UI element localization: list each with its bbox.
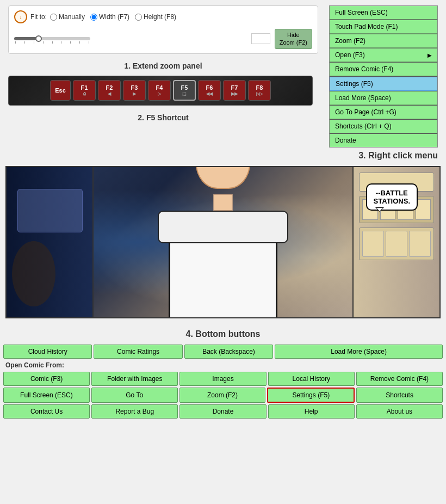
menu-donate[interactable]: Donate	[330, 134, 437, 147]
zoom-slider-track	[14, 37, 90, 40]
contact-us-button[interactable]: Contact Us	[3, 404, 90, 419]
back-button[interactable]: Back (Backspace)	[184, 345, 273, 359]
right-click-menu: Full Screen (ESC) Touch Pad Mode (F1) Zo…	[329, 5, 438, 147]
radio-height-label[interactable]: Height (F8)	[135, 13, 176, 21]
key-f1: F1 ⎙	[73, 80, 96, 101]
zoom-panel: ↓ Fit to: Manually Width (F7) Height (F8…	[8, 5, 318, 54]
radio-width[interactable]	[90, 14, 97, 21]
shortcuts-button[interactable]: Shortcuts	[356, 388, 443, 403]
step4-label: 4. Bottom buttons	[0, 324, 446, 342]
btn-row-2: Comic (F3) Folder with Images Images Loc…	[3, 372, 443, 386]
key-f6: F6 ◀◀	[198, 80, 221, 101]
menu-loadmore[interactable]: Load More (Space)	[330, 91, 437, 105]
step1-label: 1. Extend zoom panel	[8, 62, 318, 70]
menu-touchpad[interactable]: Touch Pad Mode (F1)	[330, 20, 437, 34]
zoom-icon: ↓	[14, 10, 27, 23]
keyboard-image: Esc F1 ⎙ F2 ◀ F3 ▶ F4 ▷ F5 ⬚	[8, 76, 313, 106]
key-f4: F4 ▷	[148, 80, 171, 101]
fit-label: Fit to:	[30, 13, 47, 21]
btn-row-1: Cloud History Comic Ratings Back (Backsp…	[3, 345, 443, 359]
help-button[interactable]: Help	[268, 404, 355, 419]
step2-label: 2. F5 Shortcut	[8, 113, 318, 122]
menu-settings[interactable]: Settings (F5)	[330, 77, 437, 91]
radio-height[interactable]	[135, 14, 142, 21]
key-f8: F8 ▷▷	[248, 80, 271, 101]
comic-section: --BATTLESTATIONS.	[0, 166, 446, 318]
step3-label: 3. Right click menu	[358, 151, 438, 161]
local-history-button[interactable]: Local History	[268, 372, 355, 386]
key-f3: F3 ▶	[123, 80, 146, 101]
goto-button[interactable]: Go To	[91, 388, 178, 403]
zoom-f2-button[interactable]: Zoom (F2)	[179, 388, 266, 403]
radio-width-label[interactable]: Width (F7)	[90, 13, 129, 21]
fullscreen-esc-button[interactable]: Full Screen (ESC)	[3, 388, 90, 403]
menu-remove[interactable]: Remove Comic (F4)	[330, 63, 437, 76]
open-comic-label: Open Comic From:	[3, 360, 443, 370]
comic-ratings-button[interactable]: Comic Ratings	[94, 345, 182, 359]
menu-shortcuts[interactable]: Shortcuts (Ctrl + Q)	[330, 120, 437, 133]
report-bug-button[interactable]: Report a Bug	[91, 404, 178, 419]
zoom-value-input[interactable]: 1.3	[251, 33, 270, 44]
speech-bubble: --BATTLESTATIONS.	[366, 183, 418, 211]
comic-image: --BATTLESTATIONS.	[5, 166, 441, 318]
radio-manually[interactable]	[50, 14, 57, 21]
key-esc: Esc	[50, 80, 71, 101]
remove-comic-f4-button[interactable]: Remove Comic (F4)	[356, 372, 443, 386]
menu-fullscreen[interactable]: Full Screen (ESC)	[330, 6, 437, 20]
right-menu-container: Full Screen (ESC) Touch Pad Mode (F1) Zo…	[329, 5, 438, 161]
radio-group: Manually Width (F7) Height (F8)	[50, 13, 176, 21]
images-button[interactable]: Images	[179, 372, 266, 386]
btn-row-4: Contact Us Report a Bug Donate Help Abou…	[3, 404, 443, 419]
key-f2: F2 ◀	[98, 80, 121, 101]
donate-button[interactable]: Donate	[179, 404, 266, 419]
menu-open[interactable]: Open (F3) ▶	[330, 48, 437, 62]
bottom-buttons-section: Cloud History Comic Ratings Back (Backsp…	[0, 342, 446, 421]
about-us-button[interactable]: About us	[356, 404, 443, 419]
key-f7: F7 ▶▶	[223, 80, 246, 101]
zoom-slider-container	[14, 37, 247, 40]
radio-manually-label[interactable]: Manually	[50, 13, 85, 21]
menu-zoom[interactable]: Zoom (F2)	[330, 34, 437, 48]
open-arrow-icon: ▶	[428, 52, 432, 58]
settings-f5-button[interactable]: Settings (F5)	[267, 388, 355, 403]
comic-f3-button[interactable]: Comic (F3)	[3, 372, 90, 386]
btn-row-3: Full Screen (ESC) Go To Zoom (F2) Settin…	[3, 388, 443, 403]
menu-gotopage[interactable]: Go To Page (Ctrl +G)	[330, 106, 437, 119]
cloud-history-button[interactable]: Cloud History	[3, 345, 92, 359]
hide-zoom-button[interactable]: Hide Zoom (F2)	[275, 29, 312, 49]
key-f5: F5 ⬚	[173, 80, 196, 101]
load-more-button[interactable]: Load More (Space)	[275, 345, 443, 359]
folder-images-button[interactable]: Folder with Images	[91, 372, 178, 386]
